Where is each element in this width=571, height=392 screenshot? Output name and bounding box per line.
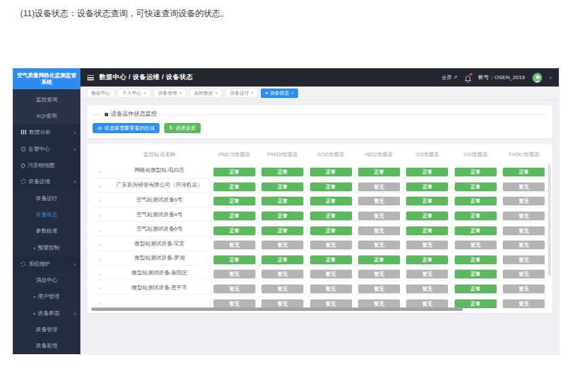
- sidebar-item-AQI查询[interactable]: AQI查询: [13, 108, 80, 124]
- sidebar-item-消息中心[interactable]: 消息中心: [13, 272, 80, 289]
- status-badge: 暂无: [262, 270, 303, 278]
- notification-dot: [470, 73, 472, 76]
- table-row: ›空气站测试设备5号正常正常正常暂无正常正常暂无: [91, 192, 548, 207]
- sidebar-item-设备运维[interactable]: 设备运维∧: [13, 174, 80, 190]
- tab-close-icon[interactable]: ×: [143, 91, 146, 95]
- sidebar-item-label: 监控查询: [36, 96, 57, 103]
- sidebar-item-设备新增[interactable]: 设备新增: [13, 338, 80, 354]
- content-area: 设备运作状态监控 ◎ 请选择需要查看的区域 ↻ 还原设置 监控站点名称PM2.5…: [80, 100, 559, 354]
- expand-row-icon[interactable]: ›: [99, 256, 101, 263]
- status-badge: 正常: [262, 182, 303, 191]
- sensor-status-cell: 暂无: [210, 266, 258, 278]
- expand-row-icon[interactable]: ›: [99, 300, 101, 307]
- tab-label: 设备状态: [270, 90, 289, 97]
- horizontal-scrollbar[interactable]: [91, 308, 463, 311]
- sensor-status-cell: 正常: [307, 208, 355, 220]
- tab-close-icon[interactable]: ×: [251, 91, 253, 95]
- status-badge: 暂无: [503, 241, 545, 249]
- vertical-scrollbar[interactable]: [548, 164, 551, 276]
- status-badge: 暂无: [503, 212, 545, 220]
- expand-row-icon[interactable]: ›: [99, 227, 101, 234]
- sidebar-item-监控查询[interactable]: 监控查询: [13, 91, 80, 107]
- sidebar-item-用户管理[interactable]: ▸用户管理: [13, 289, 80, 305]
- station-name: 网格化微型站-电白区: [109, 166, 210, 174]
- expand-row-icon[interactable]: ›: [99, 212, 101, 219]
- expand-row-icon[interactable]: ›: [99, 241, 101, 248]
- table-row: ›微型站测试设备-恩平市暂无暂无暂无暂无暂无正常暂无: [91, 280, 548, 295]
- status-badge: 正常: [262, 197, 303, 205]
- status-badge: 正常: [310, 255, 352, 264]
- expand-row-icon[interactable]: ›: [99, 168, 101, 175]
- sensor-status-cell: 正常: [210, 208, 258, 220]
- status-badge: 暂无: [214, 285, 255, 293]
- sensor-status-cell: 正常: [210, 179, 258, 191]
- column-header: CO传感器: [451, 151, 499, 158]
- status-badge: 正常: [455, 285, 497, 293]
- status-badge: 正常: [358, 255, 400, 264]
- tab-数据中心[interactable]: 数据中心: [86, 89, 115, 98]
- row-expand-cell: ›: [91, 208, 109, 220]
- tab-设备运行[interactable]: 设备运行×: [225, 89, 258, 98]
- expand-row-icon[interactable]: ›: [99, 197, 101, 204]
- row-expand-cell: ›: [91, 223, 109, 235]
- status-badge: 正常: [214, 212, 255, 220]
- menu-toggle-icon[interactable]: [87, 75, 94, 80]
- status-badge: 正常: [310, 182, 352, 191]
- gear-icon: [21, 179, 26, 184]
- sensor-status-cell: 正常: [258, 179, 306, 191]
- sidebar-item-系统维护[interactable]: 系统维护∧: [13, 255, 80, 272]
- sensor-status-cell: 暂无: [355, 208, 403, 220]
- restore-settings-button[interactable]: ↻ 还原设置: [164, 123, 201, 133]
- sidebar-item-数据分析[interactable]: 数据分析∨: [13, 124, 80, 141]
- status-badge: 正常: [310, 212, 352, 220]
- status-badge: 正常: [310, 226, 352, 235]
- avatar[interactable]: [532, 72, 543, 83]
- tab-设备状态[interactable]: 设备状态×: [261, 89, 298, 98]
- notifications-bell-icon[interactable]: [464, 74, 472, 82]
- status-badge: 暂无: [358, 241, 400, 249]
- expand-row-icon[interactable]: ›: [99, 183, 101, 190]
- tab-close-icon[interactable]: ×: [215, 91, 218, 95]
- fullscreen-arrow-icon: ↗: [453, 74, 457, 80]
- tab-实时数据[interactable]: 实时数据×: [189, 89, 222, 98]
- tab-个人中心[interactable]: 个人中心×: [118, 89, 151, 98]
- tab-设备管理[interactable]: 设备管理×: [153, 89, 187, 98]
- device-status-table: 监控站点名称PM2.5传感器PM10传感器SO2传感器NO2传感器O3传感器CO…: [87, 144, 552, 313]
- sidebar-item-设备管理[interactable]: 设备管理: [13, 321, 80, 337]
- status-badge: 暂无: [262, 299, 303, 308]
- sensor-status-cell: 正常: [451, 296, 499, 308]
- sensor-status-cell: 暂无: [307, 296, 355, 308]
- sensor-status-cell: 正常: [307, 193, 355, 205]
- row-expand-cell: ›: [91, 296, 109, 308]
- tab-close-icon[interactable]: ×: [179, 91, 182, 95]
- station-name: 广东新兴铸管有限公司（环冷机房）: [109, 181, 210, 189]
- sensor-status-cell: 暂无: [500, 237, 548, 249]
- column-header: 监控站点名称: [109, 151, 210, 158]
- chevron-down-icon[interactable]: ∨: [549, 75, 552, 80]
- sidebar-item-告警中心[interactable]: !告警中心∨: [13, 141, 80, 157]
- expand-row-icon[interactable]: ›: [99, 270, 101, 277]
- status-badge: 暂无: [503, 226, 545, 235]
- chevron-down-icon: ∨: [74, 147, 76, 151]
- sidebar-item-参数校准[interactable]: 参数校准: [13, 223, 80, 239]
- select-region-button[interactable]: ◎ 请选择需要查看的区域: [93, 123, 159, 133]
- status-badge: 暂无: [503, 182, 545, 191]
- sidebar-item-污染物地图[interactable]: 污染物地图: [13, 157, 80, 173]
- status-badge: 正常: [406, 182, 448, 191]
- sidebar-item-设备状态[interactable]: 设备状态: [13, 206, 80, 222]
- sidebar-item-预警控制[interactable]: ▸预警控制: [13, 239, 80, 255]
- fullscreen-button[interactable]: 全屏 ↗: [441, 74, 457, 81]
- status-badge: 正常: [406, 226, 448, 235]
- tab-close-icon[interactable]: ×: [291, 91, 293, 95]
- bar-chart-icon: [21, 130, 26, 134]
- sidebar: 空气质量网格化监测监管系统 监控查询AQI查询数据分析∨!告警中心∨污染物地图设…: [13, 68, 80, 354]
- status-badge: 暂无: [358, 299, 400, 308]
- sensor-status-cell: 正常: [307, 252, 355, 264]
- sidebar-item-设备运行[interactable]: 设备运行: [13, 190, 80, 206]
- gear-icon: [21, 262, 26, 266]
- sidebar-item-label: 设备运行: [36, 195, 57, 202]
- expand-row-icon[interactable]: ›: [99, 285, 101, 292]
- sensor-status-cell: 暂无: [210, 281, 258, 293]
- sensor-status-cell: 正常: [307, 223, 355, 235]
- sidebar-item-设备界面[interactable]: ▸设备界面∧: [13, 305, 80, 321]
